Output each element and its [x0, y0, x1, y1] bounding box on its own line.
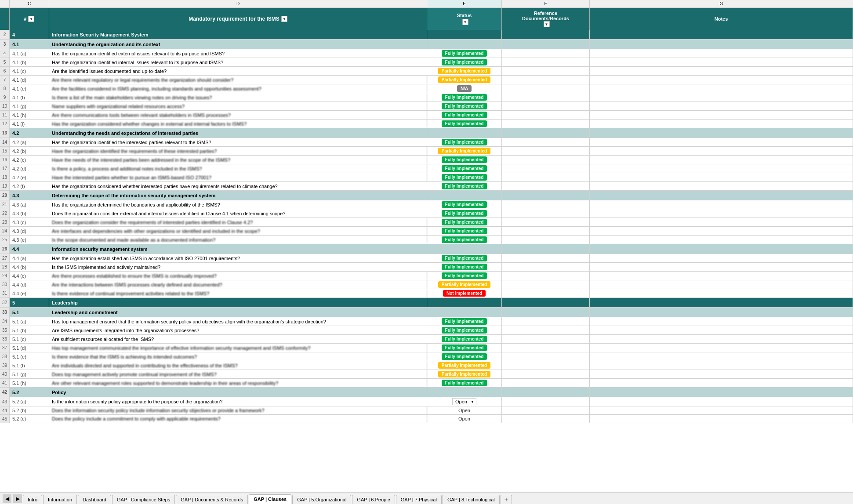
sub-5-1-label: Leadership and commitment	[49, 308, 427, 317]
table-row: 23 4.3 (c) Does the organization conside…	[0, 218, 853, 227]
cell-4-2b-notes	[590, 147, 853, 155]
status-dropdown[interactable]: Open ▼	[452, 398, 476, 405]
cell-5-1d-q: Has top management communicated the impo…	[49, 344, 427, 352]
header-status: Status	[457, 13, 472, 18]
cell-4-1a-num: 4.1 (a)	[10, 49, 49, 58]
table-row: 29 4.4 (c) Are there processes establish…	[0, 272, 853, 280]
cell-5-1g-num: 5.1 (g)	[10, 370, 49, 378]
row-num-3: 3	[0, 40, 10, 49]
row-num-38: 38	[0, 352, 10, 361]
cell-5-1b-status: Fully Implemented	[427, 326, 502, 334]
cell-4-1b-q: Has the organization identified internal…	[49, 58, 427, 66]
cell-5-1d-ref	[502, 344, 590, 352]
cell-5-1h-status: Fully Implemented	[427, 379, 502, 387]
cell-5-2a-q: Is the information security policy appro…	[49, 397, 427, 406]
cell-4-1e-num: 4.1 (e)	[10, 84, 49, 93]
tab-dashboard[interactable]: Dashboard	[78, 495, 111, 504]
cell-4-1h-ref	[502, 111, 590, 119]
sub-5-2-num: 5.2	[10, 388, 49, 397]
section-5-label: Leadership	[49, 298, 427, 307]
cell-4-1e-ref	[502, 84, 590, 93]
row-num-44: 44	[0, 406, 10, 414]
cell-4-3d-ref	[502, 227, 590, 235]
col-letter-e: E	[427, 0, 502, 7]
table-row: 14 4.2 (a) Has the organization identifi…	[0, 138, 853, 147]
tab-gap-5org[interactable]: GAP | 5.Organizational	[292, 495, 351, 504]
row-num-16: 16	[0, 156, 10, 164]
header-row: # ▼ Mandatory requirement for the ISMS ▼…	[0, 8, 853, 30]
row-num-36: 36	[0, 335, 10, 343]
row-num-42: 42	[0, 388, 10, 397]
cell-4-1c-num: 4.1 (c)	[10, 67, 49, 75]
cell-5-1c-ref	[502, 335, 590, 343]
row-num-10: 10	[0, 102, 10, 110]
row-num-31: 31	[0, 289, 10, 297]
row-num-35: 35	[0, 326, 10, 334]
cell-4-3e-status: Fully Implemented	[427, 236, 502, 244]
tab-gap-7physical[interactable]: GAP | 7.Physical	[396, 495, 442, 504]
tab-information[interactable]: Information	[43, 495, 77, 504]
tab-gap-8tech[interactable]: GAP | 8.Technological	[443, 495, 500, 504]
cell-4-3a-q: Has the organization determined the boun…	[49, 200, 427, 209]
cell-5-2a-status[interactable]: Open ▼	[427, 397, 502, 406]
cell-5-1d-notes	[590, 344, 853, 352]
filter-status-btn[interactable]: ▼	[462, 19, 468, 25]
cell-4-2f-status: Fully Implemented	[427, 182, 502, 190]
filter-mandatory-btn[interactable]: ▼	[281, 16, 287, 22]
table-row: 36 5.1 (c) Are sufficient resources allo…	[0, 335, 853, 344]
cell-4-2a-ref	[502, 138, 590, 146]
table-row: 30 4.4 (d) Are the interactions between …	[0, 280, 853, 289]
row-num-9: 9	[0, 93, 10, 102]
row-num-40: 40	[0, 370, 10, 378]
cell-5-1f-status: Partially Implemented	[427, 361, 502, 370]
table-row: 24 4.3 (d) Are interfaces and dependenci…	[0, 227, 853, 236]
tab-nav-prev[interactable]: ◀	[3, 494, 11, 503]
tab-nav-next[interactable]: ▶	[13, 494, 22, 503]
tab-add-button[interactable]: +	[501, 495, 512, 504]
tab-intro[interactable]: Intro	[23, 495, 42, 504]
cell-5-2b-notes	[590, 406, 853, 414]
cell-4-2e-notes	[590, 173, 853, 181]
cell-4-1c-ref	[502, 67, 590, 75]
cell-4-1g-q: Name suppliers with organizational relat…	[49, 102, 427, 110]
row-num-11: 11	[0, 111, 10, 119]
cell-4-1b-ref	[502, 58, 590, 66]
header-ref2: Documents/Records	[522, 16, 569, 21]
cell-4-1b-num: 4.1 (b)	[10, 58, 49, 66]
table-row: 4 4.1 (a) Has the organization identifie…	[0, 49, 853, 58]
cell-4-2e-ref	[502, 173, 590, 181]
row-num-20: 20	[0, 191, 10, 200]
tab-gap-docs[interactable]: GAP | Documents & Records	[176, 495, 248, 504]
tab-gap-clauses[interactable]: GAP | Clauses	[249, 494, 291, 504]
table-row: 8 4.1 (e) Are the facilities considered …	[0, 84, 853, 93]
section-row-4-1: 3 4.1 Understanding the organization and…	[0, 40, 853, 49]
cell-4-1h-status: Fully Implemented	[427, 111, 502, 119]
cell-5-1b-q: Are ISMS requirements integrated into th…	[49, 326, 427, 334]
filter-num-btn[interactable]: ▼	[28, 16, 34, 22]
cell-4-3c-notes	[590, 218, 853, 226]
cell-4-2c-notes	[590, 156, 853, 164]
cell-4-4b-ref	[502, 263, 590, 271]
cell-4-4c-ref	[502, 272, 590, 280]
cell-4-2f-notes	[590, 182, 853, 190]
cell-4-2f-ref	[502, 182, 590, 190]
cell-5-2c-status: Open	[427, 415, 502, 423]
table-row: 6 4.1 (c) Are the identified issues docu…	[0, 67, 853, 76]
cell-4-1a-notes	[590, 49, 853, 58]
row-num-4: 4	[0, 49, 10, 58]
table-row: 44 5.2 (b) Does the information security…	[0, 406, 853, 415]
filter-ref-btn[interactable]: ▼	[544, 21, 550, 27]
row-num-37: 37	[0, 344, 10, 352]
tab-gap-compliance[interactable]: GAP | Compliance Steps	[112, 495, 175, 504]
sub-4-3-num: 4.3	[10, 191, 49, 200]
row-num-32: 32	[0, 298, 10, 307]
table-row: 28 4.4 (b) Is the ISMS implemented and a…	[0, 263, 853, 272]
cell-5-1a-q: Has top management ensured that the info…	[49, 317, 427, 326]
header-mandatory: Mandatory requirement for the ISMS	[189, 16, 279, 22]
cell-4-3d-notes	[590, 227, 853, 235]
header-num: #	[24, 17, 27, 22]
cell-5-2b-q: Does the information security policy inc…	[49, 406, 427, 414]
sub-4-4-label: Information security management system	[49, 244, 427, 254]
tab-gap-6people[interactable]: GAP | 6.People	[352, 495, 395, 504]
cell-4-4e-ref	[502, 289, 590, 297]
